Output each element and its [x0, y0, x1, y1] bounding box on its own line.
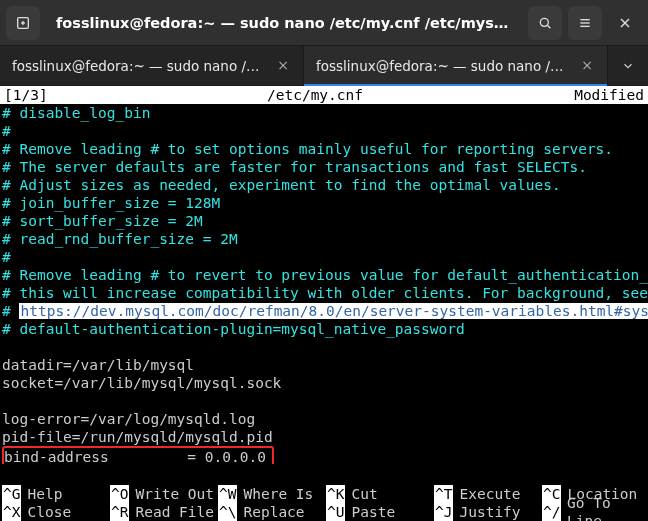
nano-filename: /etc/my.cnf	[62, 86, 568, 104]
footer-shortcut: ^RRead File	[108, 503, 216, 521]
shortcut-key: ^\	[218, 503, 237, 521]
editor-line-highlighted: bind-address = 0.0.0.0	[0, 446, 648, 464]
tab-label: fosslinux@fedora:~ — sudo nano /…	[316, 58, 571, 74]
editor-line: # read_rnd_buffer_size = 2M	[0, 230, 648, 248]
close-window-button[interactable]	[608, 6, 642, 40]
highlight-box: bind-address = 0.0.0.0	[2, 446, 274, 464]
shortcut-label: Where Is	[243, 485, 313, 503]
new-tab-button[interactable]	[6, 6, 40, 40]
footer-row-2: ^XClose^RRead File^\Replace^UPaste^JJust…	[0, 503, 648, 521]
terminal[interactable]: [1/3] /etc/my.cnf Modified # disable_log…	[0, 86, 648, 521]
editor-line: # Remove leading # to revert to previous…	[0, 266, 648, 284]
shortcut-label: Paste	[351, 503, 395, 521]
window-title: fosslinux@fedora:~ — sudo nano /etc/my.c…	[46, 15, 522, 31]
tab-2[interactable]: fosslinux@fedora:~ — sudo nano /… ×	[304, 46, 608, 85]
tab-close-button[interactable]: ×	[579, 58, 595, 74]
shortcut-key: ^R	[110, 503, 129, 521]
tab-1[interactable]: fosslinux@fedora:~ — sudo nano /… ×	[0, 46, 304, 85]
shortcut-label: Go To Line	[567, 494, 648, 521]
footer-shortcut: ^WWhere Is	[216, 485, 324, 503]
footer-shortcut: ^XClose	[0, 503, 108, 521]
nano-footer: ^GHelp^OWrite Out^WWhere Is^KCut^TExecut…	[0, 485, 648, 521]
editor-line: # The server defaults are faster for tra…	[0, 158, 648, 176]
editor-line: log-error=/var/log/mysqld.log	[0, 410, 648, 428]
shortcut-key: ^G	[2, 485, 21, 503]
shortcut-key: ^O	[110, 485, 129, 503]
footer-shortcut: ^UPaste	[324, 503, 432, 521]
editor-line: # disable_log_bin	[0, 104, 648, 122]
shortcut-key: ^J	[434, 503, 453, 521]
shortcut-label: Cut	[351, 485, 377, 503]
footer-shortcut: ^KCut	[324, 485, 432, 503]
editor-line: #	[0, 122, 648, 140]
editor-line: # join_buffer_size = 128M	[0, 194, 648, 212]
svg-line-4	[547, 25, 550, 28]
footer-shortcut: ^JJustify	[432, 503, 540, 521]
shortcut-key: ^U	[326, 503, 345, 521]
footer-shortcut: ^OWrite Out	[108, 485, 216, 503]
editor-line: # Adjust sizes as needed, experiment to …	[0, 176, 648, 194]
shortcut-label: Execute	[459, 485, 520, 503]
shortcut-label: Write Out	[135, 485, 214, 503]
editor-line	[0, 392, 648, 410]
shortcut-key: ^K	[326, 485, 345, 503]
tab-overflow-button[interactable]	[608, 46, 648, 85]
editor-line: #	[0, 248, 648, 266]
chevron-down-icon	[621, 59, 635, 73]
search-icon	[537, 15, 553, 31]
editor-line: # default-authentication-plugin=mysql_na…	[0, 320, 648, 338]
header-bar: fosslinux@fedora:~ — sudo nano /etc/my.c…	[0, 0, 648, 46]
shortcut-key: ^C	[542, 485, 561, 503]
shortcut-label: Replace	[243, 503, 304, 521]
search-button[interactable]	[528, 6, 562, 40]
shortcut-label: Read File	[135, 503, 214, 521]
hamburger-icon	[577, 15, 593, 31]
editor-line: # this will increase compatibility with …	[0, 284, 648, 302]
editor-line: socket=/var/lib/mysql/mysql.sock	[0, 374, 648, 392]
shortcut-key: ^W	[218, 485, 237, 503]
close-icon	[617, 15, 633, 31]
shortcut-key: ^/	[542, 503, 561, 521]
tab-bar: fosslinux@fedora:~ — sudo nano /… × foss…	[0, 46, 648, 86]
footer-shortcut: ^TExecute	[432, 485, 540, 503]
tab-close-button[interactable]: ×	[275, 58, 291, 74]
svg-point-3	[540, 18, 548, 26]
editor-line	[0, 338, 648, 356]
editor-line: # sort_buffer_size = 2M	[0, 212, 648, 230]
shortcut-label: Help	[27, 485, 62, 503]
shortcut-key: ^T	[434, 485, 453, 503]
footer-shortcut: ^\Replace	[216, 503, 324, 521]
nano-title-bar: [1/3] /etc/my.cnf Modified	[0, 86, 648, 104]
nano-buffer-indicator: [1/3]	[0, 86, 62, 104]
editor-line: datadir=/var/lib/mysql	[0, 356, 648, 374]
plus-box-icon	[15, 15, 31, 31]
tab-label: fosslinux@fedora:~ — sudo nano /…	[12, 58, 267, 74]
shortcut-label: Justify	[459, 503, 520, 521]
editor-content[interactable]: # disable_log_bin## Remove leading # to …	[0, 104, 648, 482]
footer-shortcut: ^GHelp	[0, 485, 108, 503]
shortcut-key: ^X	[2, 503, 21, 521]
editor-line: # https://dev.mysql.com/doc/refman/8.0/e…	[0, 302, 648, 320]
menu-button[interactable]	[568, 6, 602, 40]
editor-line: pid-file=/run/mysqld/mysqld.pid	[0, 428, 648, 446]
shortcut-label: Close	[27, 503, 71, 521]
editor-line: # Remove leading # to set options mainly…	[0, 140, 648, 158]
footer-row-1: ^GHelp^OWrite Out^WWhere Is^KCut^TExecut…	[0, 485, 648, 503]
footer-shortcut: ^/Go To Line	[540, 503, 648, 521]
nano-modified-flag: Modified	[568, 86, 648, 104]
